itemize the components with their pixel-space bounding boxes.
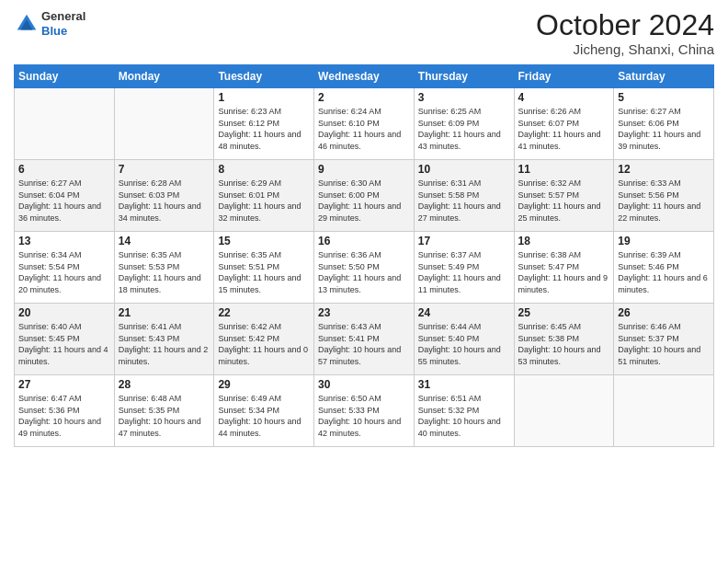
day-cell: 31Sunrise: 6:51 AMSunset: 5:32 PMDayligh… <box>414 375 514 447</box>
day-number: 1 <box>218 91 310 104</box>
day-cell: 24Sunrise: 6:44 AMSunset: 5:40 PMDayligh… <box>414 304 514 375</box>
day-cell: 17Sunrise: 6:37 AMSunset: 5:49 PMDayligh… <box>414 232 514 304</box>
location-title: Jicheng, Shanxi, China <box>536 41 714 57</box>
column-header-wednesday: Wednesday <box>314 65 415 88</box>
day-info: Sunrise: 6:46 AMSunset: 5:37 PMDaylight:… <box>618 321 710 367</box>
day-info: Sunrise: 6:38 AMSunset: 5:47 PMDaylight:… <box>518 249 610 295</box>
day-info: Sunrise: 6:33 AMSunset: 5:56 PMDaylight:… <box>618 178 710 224</box>
day-cell: 9Sunrise: 6:30 AMSunset: 6:00 PMDaylight… <box>314 160 415 232</box>
day-cell: 27Sunrise: 6:47 AMSunset: 5:36 PMDayligh… <box>15 375 115 447</box>
day-number: 22 <box>218 306 310 319</box>
day-info: Sunrise: 6:26 AMSunset: 6:07 PMDaylight:… <box>518 106 610 152</box>
day-info: Sunrise: 6:43 AMSunset: 5:41 PMDaylight:… <box>318 321 410 367</box>
day-info: Sunrise: 6:45 AMSunset: 5:38 PMDaylight:… <box>518 321 610 367</box>
day-number: 4 <box>518 91 610 104</box>
week-row-2: 6Sunrise: 6:27 AMSunset: 6:04 PMDaylight… <box>15 160 714 232</box>
logo-icon <box>14 11 40 37</box>
day-number: 3 <box>418 91 510 104</box>
day-number: 8 <box>218 163 310 176</box>
day-cell <box>514 375 614 447</box>
day-number: 30 <box>318 378 410 391</box>
column-header-friday: Friday <box>514 65 614 88</box>
day-info: Sunrise: 6:35 AMSunset: 5:51 PMDaylight:… <box>218 249 310 295</box>
day-number: 18 <box>518 235 610 247</box>
title-block: October 2024 Jicheng, Shanxi, China <box>536 9 714 57</box>
day-number: 25 <box>518 306 610 319</box>
day-info: Sunrise: 6:37 AMSunset: 5:49 PMDaylight:… <box>418 249 510 295</box>
day-number: 31 <box>418 378 510 391</box>
day-info: Sunrise: 6:25 AMSunset: 6:09 PMDaylight:… <box>418 106 510 152</box>
logo-general: General <box>41 9 85 24</box>
day-info: Sunrise: 6:47 AMSunset: 5:36 PMDaylight:… <box>18 393 110 439</box>
day-number: 15 <box>218 235 310 247</box>
day-cell: 21Sunrise: 6:41 AMSunset: 5:43 PMDayligh… <box>114 304 214 375</box>
day-number: 14 <box>119 235 210 247</box>
day-cell: 5Sunrise: 6:27 AMSunset: 6:06 PMDaylight… <box>614 88 714 160</box>
day-cell: 6Sunrise: 6:27 AMSunset: 6:04 PMDaylight… <box>15 160 115 232</box>
day-info: Sunrise: 6:32 AMSunset: 5:57 PMDaylight:… <box>518 178 610 224</box>
day-cell: 2Sunrise: 6:24 AMSunset: 6:10 PMDaylight… <box>314 88 415 160</box>
day-cell: 30Sunrise: 6:50 AMSunset: 5:33 PMDayligh… <box>314 375 415 447</box>
day-cell: 10Sunrise: 6:31 AMSunset: 5:58 PMDayligh… <box>414 160 514 232</box>
day-info: Sunrise: 6:42 AMSunset: 5:42 PMDaylight:… <box>218 321 310 367</box>
day-number: 7 <box>119 163 210 176</box>
day-cell: 3Sunrise: 6:25 AMSunset: 6:09 PMDaylight… <box>414 88 514 160</box>
day-cell: 22Sunrise: 6:42 AMSunset: 5:42 PMDayligh… <box>214 304 314 375</box>
header-row: SundayMondayTuesdayWednesdayThursdayFrid… <box>15 65 714 88</box>
column-header-tuesday: Tuesday <box>214 65 314 88</box>
day-cell: 26Sunrise: 6:46 AMSunset: 5:37 PMDayligh… <box>614 304 714 375</box>
column-header-saturday: Saturday <box>614 65 714 88</box>
day-cell: 8Sunrise: 6:29 AMSunset: 6:01 PMDaylight… <box>214 160 314 232</box>
day-number: 10 <box>418 163 510 176</box>
day-cell <box>614 375 714 447</box>
day-number: 17 <box>418 235 510 247</box>
day-info: Sunrise: 6:36 AMSunset: 5:50 PMDaylight:… <box>318 249 410 295</box>
day-info: Sunrise: 6:41 AMSunset: 5:43 PMDaylight:… <box>119 321 210 367</box>
day-number: 13 <box>18 235 110 247</box>
column-header-monday: Monday <box>114 65 214 88</box>
logo-blue: Blue <box>41 24 85 39</box>
day-number: 27 <box>18 378 110 391</box>
day-cell: 14Sunrise: 6:35 AMSunset: 5:53 PMDayligh… <box>114 232 214 304</box>
day-cell: 23Sunrise: 6:43 AMSunset: 5:41 PMDayligh… <box>314 304 415 375</box>
day-cell: 1Sunrise: 6:23 AMSunset: 6:12 PMDaylight… <box>214 88 314 160</box>
day-info: Sunrise: 6:23 AMSunset: 6:12 PMDaylight:… <box>218 106 310 152</box>
day-info: Sunrise: 6:34 AMSunset: 5:54 PMDaylight:… <box>18 249 110 295</box>
day-cell: 19Sunrise: 6:39 AMSunset: 5:46 PMDayligh… <box>614 232 714 304</box>
day-number: 2 <box>318 91 410 104</box>
day-cell: 18Sunrise: 6:38 AMSunset: 5:47 PMDayligh… <box>514 232 614 304</box>
page-header: General Blue October 2024 Jicheng, Shanx… <box>14 9 714 57</box>
day-cell <box>114 88 214 160</box>
day-cell: 25Sunrise: 6:45 AMSunset: 5:38 PMDayligh… <box>514 304 614 375</box>
day-number: 24 <box>418 306 510 319</box>
day-info: Sunrise: 6:39 AMSunset: 5:46 PMDaylight:… <box>618 249 710 295</box>
day-number: 28 <box>119 378 210 391</box>
logo: General Blue <box>14 9 85 38</box>
day-cell: 28Sunrise: 6:48 AMSunset: 5:35 PMDayligh… <box>114 375 214 447</box>
day-number: 6 <box>18 163 110 176</box>
day-cell: 29Sunrise: 6:49 AMSunset: 5:34 PMDayligh… <box>214 375 314 447</box>
day-number: 23 <box>318 306 410 319</box>
day-info: Sunrise: 6:48 AMSunset: 5:35 PMDaylight:… <box>119 393 210 439</box>
day-number: 29 <box>218 378 310 391</box>
calendar-table: SundayMondayTuesdayWednesdayThursdayFrid… <box>14 64 714 447</box>
logo-text: General Blue <box>41 9 85 38</box>
month-title: October 2024 <box>536 9 714 41</box>
day-number: 19 <box>618 235 710 247</box>
day-info: Sunrise: 6:44 AMSunset: 5:40 PMDaylight:… <box>418 321 510 367</box>
week-row-5: 27Sunrise: 6:47 AMSunset: 5:36 PMDayligh… <box>15 375 714 447</box>
day-info: Sunrise: 6:50 AMSunset: 5:33 PMDaylight:… <box>318 393 410 439</box>
day-cell: 7Sunrise: 6:28 AMSunset: 6:03 PMDaylight… <box>114 160 214 232</box>
day-cell: 12Sunrise: 6:33 AMSunset: 5:56 PMDayligh… <box>614 160 714 232</box>
day-cell: 16Sunrise: 6:36 AMSunset: 5:50 PMDayligh… <box>314 232 415 304</box>
day-number: 20 <box>18 306 110 319</box>
day-number: 11 <box>518 163 610 176</box>
day-info: Sunrise: 6:40 AMSunset: 5:45 PMDaylight:… <box>18 321 110 367</box>
day-info: Sunrise: 6:27 AMSunset: 6:06 PMDaylight:… <box>618 106 710 152</box>
day-info: Sunrise: 6:30 AMSunset: 6:00 PMDaylight:… <box>318 178 410 224</box>
day-info: Sunrise: 6:24 AMSunset: 6:10 PMDaylight:… <box>318 106 410 152</box>
day-number: 21 <box>119 306 210 319</box>
calendar-page: General Blue October 2024 Jicheng, Shanx… <box>0 0 728 563</box>
column-header-sunday: Sunday <box>15 65 115 88</box>
day-info: Sunrise: 6:31 AMSunset: 5:58 PMDaylight:… <box>418 178 510 224</box>
